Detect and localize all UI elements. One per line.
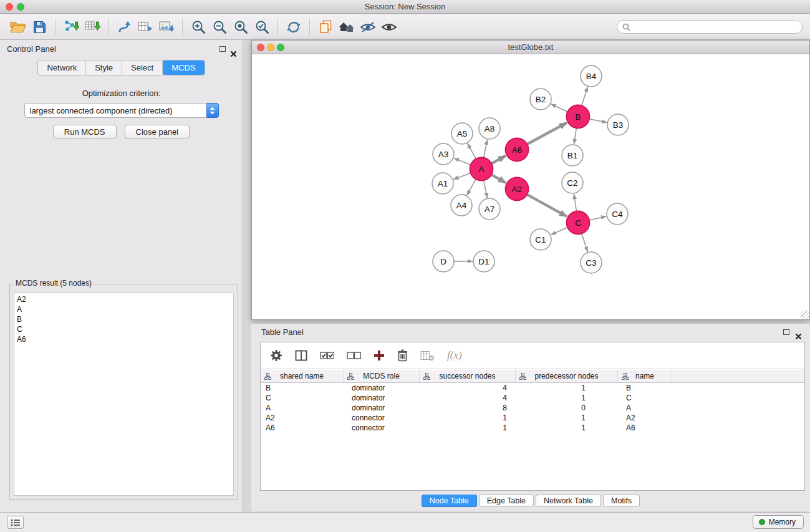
copy-button[interactable]	[315, 17, 336, 37]
edge-B-B4[interactable]	[582, 87, 588, 105]
edge-C-C1[interactable]	[551, 228, 567, 235]
table-row[interactable]: A6connector11A6	[261, 423, 804, 433]
window-zoom-button[interactable]	[17, 3, 24, 11]
edge-A-A6[interactable]	[491, 156, 506, 163]
node-A[interactable]: A	[470, 158, 493, 181]
edge-A6-B[interactable]	[527, 123, 567, 144]
edge-C-C4[interactable]	[589, 216, 606, 220]
close-table-panel-icon[interactable]	[795, 329, 802, 336]
network-graph[interactable]: B4B2BB3A5A8A6B1A3AC2A1A2A4A7C4CC1C3DD1	[252, 55, 809, 319]
edge-A-A7[interactable]	[484, 180, 488, 198]
mcds-result-item[interactable]: C	[17, 324, 233, 334]
node-D[interactable]: D	[433, 251, 454, 272]
column-header-MCDS-role[interactable]: MCDS role	[344, 370, 420, 382]
node-B4[interactable]: B4	[581, 65, 602, 87]
show-hide-graphics-button[interactable]	[357, 17, 378, 37]
edge-B-B1[interactable]	[574, 128, 577, 144]
network-canvas[interactable]: B4B2BB3A5A8A6B1A3AC2A1A2A4A7C4CC1C3DD1	[252, 55, 809, 319]
node-B1[interactable]: B1	[562, 145, 583, 166]
node-A1[interactable]: A1	[432, 173, 453, 194]
edge-C-C2[interactable]	[574, 194, 577, 211]
node-B2[interactable]: B2	[530, 89, 551, 110]
show-details-button[interactable]	[378, 17, 400, 37]
export-image-button[interactable]	[156, 17, 177, 37]
function-builder-button[interactable]: f(x)	[447, 349, 462, 362]
run-mcds-button[interactable]: Run MCDS	[53, 125, 117, 138]
edge-A-A5[interactable]	[468, 143, 476, 159]
delete-table-button[interactable]	[420, 350, 435, 361]
edge-C-C3[interactable]	[582, 234, 588, 252]
network-from-selection-button[interactable]	[113, 17, 135, 37]
tab-select[interactable]: Select	[122, 60, 162, 75]
node-A8[interactable]: A8	[479, 118, 500, 139]
node-C2[interactable]: C2	[562, 172, 583, 193]
node-A2[interactable]: A2	[506, 178, 529, 201]
new-network-table-button[interactable]	[135, 17, 156, 37]
mcds-result-item[interactable]: B	[17, 314, 233, 324]
node-B3[interactable]: B3	[607, 114, 629, 135]
zoom-selected-button[interactable]	[251, 17, 272, 37]
window-close-button[interactable]	[6, 3, 13, 11]
edge-A-A8[interactable]	[484, 140, 488, 158]
import-table-file-button[interactable]	[82, 17, 103, 37]
table-settings-button[interactable]	[270, 349, 282, 362]
edge-B-B3[interactable]	[589, 119, 607, 123]
memory-button[interactable]: Memory	[753, 515, 804, 529]
import-network-file-button[interactable]	[60, 17, 82, 37]
mcds-result-item[interactable]: A2	[17, 294, 233, 304]
node-C[interactable]: C	[567, 211, 590, 235]
column-header-predecessor-nodes[interactable]: predecessor nodes	[516, 370, 618, 382]
add-column-button[interactable]	[374, 350, 385, 361]
network-zoom-button[interactable]	[277, 44, 284, 51]
mcds-result-item[interactable]: A6	[17, 334, 233, 344]
column-header-successor-nodes[interactable]: successor nodes	[420, 370, 516, 382]
deselect-all-button[interactable]	[347, 351, 361, 360]
float-panel-icon[interactable]	[219, 46, 226, 52]
table-row[interactable]: A2connector11A2	[261, 413, 804, 423]
column-header-name[interactable]: name	[618, 370, 672, 382]
mcds-result-item[interactable]: A	[17, 304, 233, 314]
edge-A-A1[interactable]	[453, 173, 471, 179]
search-field[interactable]	[617, 20, 803, 34]
node-A4[interactable]: A4	[451, 195, 472, 216]
close-panel-icon[interactable]	[230, 46, 237, 52]
node-A7[interactable]: A7	[479, 198, 500, 220]
table-row[interactable]: Bdominator41B	[261, 383, 804, 393]
criterion-dropdown[interactable]: largest connected component (directed)	[24, 103, 219, 118]
mcds-result-list[interactable]: A2ABCA6	[14, 293, 234, 496]
tab-node-table[interactable]: Node Table	[422, 495, 477, 507]
edge-A2-C[interactable]	[527, 195, 567, 216]
table-row[interactable]: Adominator80A	[261, 403, 804, 413]
tab-edge-table[interactable]: Edge Table	[479, 495, 534, 507]
column-header-shared-name[interactable]: shared name	[261, 370, 344, 382]
node-B[interactable]: B	[567, 105, 590, 128]
search-input[interactable]	[634, 22, 797, 31]
refresh-view-button[interactable]	[283, 17, 304, 37]
open-file-button[interactable]	[7, 17, 29, 37]
node-A5[interactable]: A5	[451, 123, 473, 144]
node-C4[interactable]: C4	[607, 203, 628, 225]
node-C1[interactable]: C1	[530, 229, 551, 250]
node-C3[interactable]: C3	[581, 252, 602, 273]
edge-A-A2[interactable]	[491, 175, 506, 183]
tab-mcds[interactable]: MCDS	[162, 60, 204, 75]
home-layout-button[interactable]	[336, 17, 357, 37]
edge-A-A3[interactable]	[454, 158, 471, 165]
column-view-button[interactable]	[295, 349, 307, 362]
node-A3[interactable]: A3	[433, 143, 454, 165]
tab-motifs[interactable]: Motifs	[603, 495, 640, 507]
network-minimize-button[interactable]	[267, 44, 274, 51]
edge-B-B2[interactable]	[551, 104, 567, 112]
close-panel-button[interactable]: Close panel	[125, 125, 190, 138]
network-close-button[interactable]	[257, 44, 264, 51]
window-resize-grip[interactable]	[801, 311, 809, 319]
tab-network-table[interactable]: Network Table	[536, 495, 601, 507]
select-all-button[interactable]	[320, 351, 334, 360]
zoom-fit-button[interactable]	[230, 17, 251, 37]
tab-network[interactable]: Network	[38, 60, 85, 75]
tab-style[interactable]: Style	[85, 60, 122, 75]
node-A6[interactable]: A6	[506, 138, 529, 162]
edge-A-A4[interactable]	[467, 179, 476, 195]
zoom-out-button[interactable]	[209, 17, 230, 37]
show-panels-button[interactable]	[7, 516, 24, 529]
